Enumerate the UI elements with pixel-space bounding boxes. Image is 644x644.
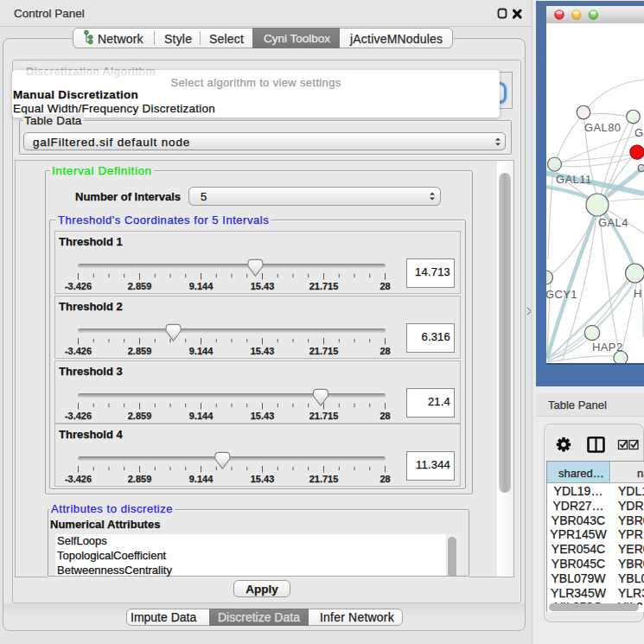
svg-text:GAL11: GAL11 [556, 173, 592, 186]
svg-text:GCY1: GCY1 [546, 288, 577, 301]
svg-text:HAP2: HAP2 [592, 341, 623, 354]
svg-text:C: C [637, 162, 644, 175]
svg-text:GA: GA [634, 126, 644, 139]
svg-text:GAL80: GAL80 [584, 121, 621, 134]
svg-text:H: H [634, 287, 642, 300]
svg-text:GAL4: GAL4 [598, 216, 628, 229]
